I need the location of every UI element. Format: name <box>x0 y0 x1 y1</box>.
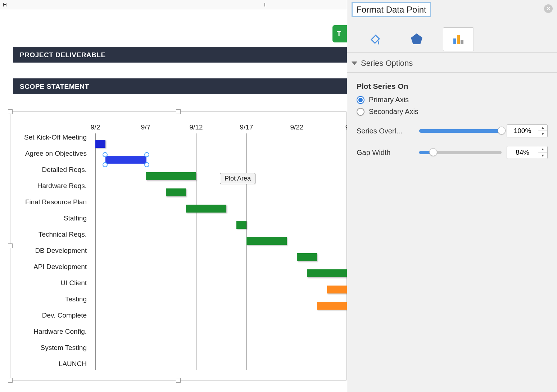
scope-statement-banner: SCOPE STATEMENT <box>13 78 347 94</box>
project-deliverable-banner: PROJECT DELIVERABLE <box>13 47 347 63</box>
y-label: Staffing <box>64 214 87 222</box>
gap-width-stepper[interactable]: 84% ▲ ▼ <box>507 146 548 159</box>
x-tick: 9/22 <box>290 123 304 131</box>
gantt-bar[interactable] <box>327 286 347 293</box>
column-header-i[interactable]: I <box>264 1 266 8</box>
tab-fill-and-line[interactable] <box>359 27 390 51</box>
series-options-label: Series Options <box>361 59 413 68</box>
y-label: Detailed Reqs. <box>42 166 87 174</box>
y-label: LAUNCH <box>59 360 87 368</box>
x-tick: 9/17 <box>240 123 253 131</box>
resize-handle-bottom-left[interactable] <box>8 378 13 383</box>
chart-frame[interactable]: Set Kick-Off Meeting Agree on Objectives… <box>10 111 347 380</box>
slider-thumb-icon[interactable] <box>429 148 437 156</box>
resize-handle-middle-left[interactable] <box>8 243 13 248</box>
chevron-down-icon <box>352 61 357 65</box>
green-button-fragment[interactable]: T <box>332 25 347 42</box>
gantt-bar[interactable] <box>236 221 246 229</box>
bar-handle-icon[interactable] <box>103 162 108 167</box>
panel-tabbar <box>347 25 557 53</box>
pentagon-icon <box>409 32 424 46</box>
gantt-bar[interactable] <box>146 172 196 180</box>
panel-body: Plot Series On Primary Axis Secondary Ax… <box>347 76 557 165</box>
panel-title[interactable]: Format Data Point <box>352 2 431 17</box>
series-overlap-label: Series Overl... <box>357 127 414 135</box>
y-label: Dev. Complete <box>42 311 87 319</box>
resize-handle-top-left[interactable] <box>8 109 13 114</box>
gap-width-value: 84% <box>507 149 538 156</box>
bar-handle-icon[interactable] <box>144 152 149 157</box>
primary-axis-label: Primary Axis <box>369 96 409 104</box>
gantt-bar[interactable] <box>307 269 347 277</box>
stepper-down-icon[interactable]: ▼ <box>538 131 547 137</box>
radio-secondary-axis[interactable]: Secondary Axis <box>357 108 548 116</box>
tab-series-options[interactable] <box>443 27 474 51</box>
plot-area[interactable]: 9/2 9/7 9/12 9/17 9/22 9 Plot Area <box>95 118 347 377</box>
gantt-bar[interactable] <box>95 140 105 148</box>
series-options-header[interactable]: Series Options <box>347 54 557 73</box>
svg-rect-3 <box>461 40 463 44</box>
svg-marker-0 <box>411 33 422 44</box>
resize-handle-top-center[interactable] <box>176 109 181 114</box>
format-panel: Format Data Point ✕ Series Options Plot … <box>347 0 557 392</box>
y-label: System Testing <box>41 344 87 352</box>
bar-chart-icon <box>451 32 466 46</box>
y-label: Testing <box>65 295 87 303</box>
y-label: Technical Reqs. <box>39 231 87 238</box>
stepper-up-icon[interactable]: ▲ <box>538 146 547 152</box>
svg-rect-2 <box>457 35 460 44</box>
plot-series-on-label: Plot Series On <box>357 82 548 91</box>
column-header-h[interactable]: H <box>3 1 7 8</box>
y-label: Set Kick-Off Meeting <box>24 133 87 141</box>
y-label: Hardware Config. <box>33 328 87 336</box>
bar-handle-icon[interactable] <box>144 162 149 167</box>
gantt-bar[interactable] <box>246 237 287 245</box>
resize-handle-bottom-center[interactable] <box>176 378 181 383</box>
radio-icon[interactable] <box>357 108 364 116</box>
stepper-up-icon[interactable]: ▲ <box>538 124 547 131</box>
y-label: UI Client <box>60 279 87 287</box>
gantt-bar[interactable] <box>166 188 186 196</box>
y-label: API Development <box>33 263 87 271</box>
y-label: DB Development <box>35 247 87 255</box>
series-overlap-slider[interactable] <box>419 129 502 133</box>
gantt-bar[interactable] <box>186 205 226 213</box>
y-label: Agree on Objectives <box>25 150 87 158</box>
gap-width-slider[interactable] <box>419 151 502 154</box>
gap-width-label: Gap Width <box>357 149 414 157</box>
gantt-bar-selected[interactable] <box>105 156 146 164</box>
tab-effects[interactable] <box>401 27 432 51</box>
y-label: Final Resource Plan <box>25 198 87 206</box>
gantt-bar[interactable] <box>317 302 347 310</box>
radio-icon[interactable] <box>357 96 364 104</box>
slider-thumb-icon[interactable] <box>498 127 506 135</box>
paint-bucket-icon <box>368 32 382 46</box>
gantt-bar[interactable] <box>297 253 317 261</box>
stepper-down-icon[interactable]: ▼ <box>538 152 547 159</box>
x-tick: 9/7 <box>141 123 150 131</box>
series-overlap-stepper[interactable]: 100% ▲ ▼ <box>507 124 548 137</box>
series-overlap-value: 100% <box>507 127 538 135</box>
bar-handle-icon[interactable] <box>103 152 108 157</box>
x-tick: 9/12 <box>190 123 203 131</box>
radio-primary-axis[interactable]: Primary Axis <box>357 96 548 104</box>
svg-rect-1 <box>453 38 456 44</box>
y-label: Hardware Reqs. <box>37 182 87 190</box>
x-tick: 9/2 <box>91 123 100 131</box>
close-icon[interactable]: ✕ <box>544 4 553 13</box>
plot-area-tooltip: Plot Area <box>220 173 255 184</box>
secondary-axis-label: Secondary Axis <box>369 108 418 116</box>
